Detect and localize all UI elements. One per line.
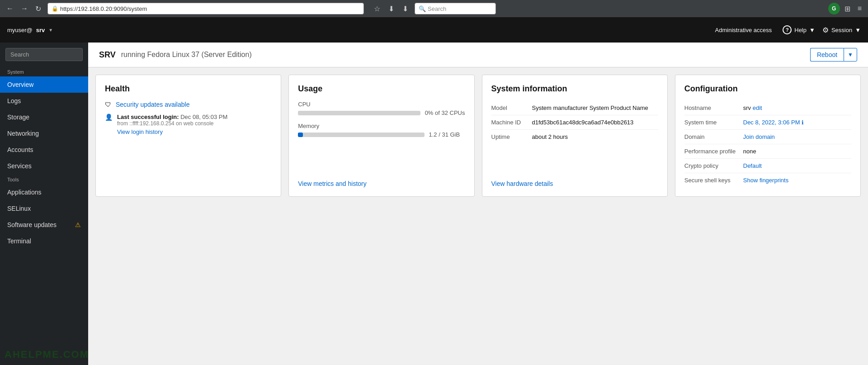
security-updates-item: 🛡 Security updates available (105, 101, 272, 108)
page-hostname: SRV (99, 50, 116, 60)
search-label: Search (428, 5, 446, 12)
main-area: System Overview Logs Storage Networking … (0, 43, 868, 365)
usage-card: Usage CPU 0% of 32 CPUs Memory (288, 75, 474, 197)
session-label: Session (831, 27, 852, 33)
help-dropdown-icon: ▼ (809, 27, 815, 33)
config-hostname-edit-link[interactable]: edit (753, 104, 762, 111)
config-sshkeys-link[interactable]: Show fingerprints (743, 177, 788, 184)
search-icon: 🔍 (419, 5, 426, 12)
browser-actions: ☆ ⬇ ⬇ (371, 3, 411, 15)
forward-button[interactable]: → (18, 3, 31, 14)
browser-search-bar[interactable]: 🔍 Search (415, 3, 496, 14)
session-button[interactable]: ⚙ Session ▼ (822, 26, 861, 34)
sidebar-section-system: System (0, 66, 88, 76)
refresh-button[interactable]: ↻ (33, 3, 44, 15)
cpu-label: CPU (298, 101, 465, 108)
sysinfo-uptime-row: Uptime about 2 hours (491, 130, 658, 144)
username: myuser@ (7, 27, 33, 33)
config-systemtime-link[interactable]: Dec 8, 2022, 3:06 PM (743, 119, 800, 126)
browser-chrome: ← → ↻ 🔒 https://192.168.0.20:9090/system… (0, 0, 868, 17)
download-button[interactable]: ⬇ (400, 3, 411, 15)
sidebar-item-storage[interactable]: Storage (0, 109, 88, 125)
cards-grid: Health 🛡 Security updates available 👤 La… (88, 67, 868, 204)
cpu-bar-row: 0% of 32 CPUs (298, 109, 465, 116)
config-domain-link[interactable]: Join domain (743, 133, 775, 140)
config-perfprofile-key: Performance profile (684, 148, 743, 155)
user-info[interactable]: myuser@ srv ▼ (7, 27, 53, 33)
config-systemtime-row: System time Dec 8, 2022, 3:06 PM ℹ (684, 115, 851, 130)
sidebar-item-overview[interactable]: Overview (0, 76, 88, 93)
sidebar-networking-label: Networking (7, 130, 39, 137)
config-cryptopolicy-link[interactable]: Default (743, 162, 762, 169)
info-icon[interactable]: ℹ (802, 119, 804, 126)
app-wrapper: myuser@ srv ▼ Administrative access ? He… (0, 17, 868, 365)
page-description: running Fedora Linux 37 (Server Edition) (121, 51, 252, 59)
config-hostname-row: Hostname srv edit (684, 101, 851, 115)
sidebar-item-services[interactable]: Services (0, 158, 88, 174)
sidebar-search-container (0, 43, 88, 66)
bookmark-button[interactable]: ☆ (371, 3, 383, 15)
person-icon: 👤 (105, 114, 113, 121)
warning-icon: ⚠ (75, 221, 81, 228)
reboot-dropdown-button[interactable]: ▼ (844, 48, 857, 62)
address-bar[interactable]: 🔒 https://192.168.0.20:9090/system (47, 3, 364, 14)
cpu-bar-background (298, 111, 420, 115)
help-button[interactable]: ? Help ▼ (783, 25, 815, 34)
sidebar: System Overview Logs Storage Networking … (0, 43, 88, 365)
reboot-button[interactable]: Reboot (810, 48, 844, 62)
sysinfo-model-key: Model (491, 104, 532, 111)
security-updates-link[interactable]: Security updates available (116, 101, 189, 108)
cpu-value: 0% of 32 CPUs (425, 109, 465, 116)
sidebar-item-terminal[interactable]: Terminal (0, 233, 88, 249)
sysinfo-uptime-val: about 2 hours (532, 133, 658, 140)
sysinfo-model-val: System manufacturer System Product Name (532, 104, 658, 111)
extensions-button[interactable]: ⊞ (842, 3, 853, 15)
sidebar-item-software-updates[interactable]: Software updates ⚠ (0, 217, 88, 233)
config-systemtime-key: System time (684, 119, 743, 126)
sysinfo-title: System information (491, 84, 658, 94)
config-systemtime-val: Dec 8, 2022, 3:06 PM ℹ (743, 119, 851, 126)
menu-button[interactable]: ≡ (855, 3, 864, 14)
memory-usage-row: Memory 1.2 / 31 GiB (298, 123, 465, 138)
hostname-label: srv (36, 27, 45, 33)
sidebar-item-networking[interactable]: Networking (0, 125, 88, 142)
page-header: SRV running Fedora Linux 37 (Server Edit… (88, 43, 868, 67)
sidebar-storage-label: Storage (7, 114, 29, 121)
login-info-text: Last successful login: Dec 08, 05:03 PM (117, 114, 227, 120)
config-domain-val: Join domain (743, 133, 851, 140)
login-date: Dec 08, 05:03 PM (180, 114, 227, 120)
login-bold: Last successful login: (117, 114, 179, 120)
pocket-button[interactable]: ⬇ (386, 3, 397, 15)
config-cryptopolicy-val: Default (743, 162, 851, 169)
sidebar-item-applications[interactable]: Applications (0, 184, 88, 200)
sidebar-overview-label: Overview (7, 81, 33, 88)
health-title: Health (105, 84, 272, 94)
view-hardware-link[interactable]: View hardware details (491, 173, 658, 187)
main-content: SRV running Fedora Linux 37 (Server Edit… (88, 43, 868, 365)
sysinfo-card: System information Model System manufact… (482, 75, 668, 197)
page-header-actions: Reboot ▼ (810, 48, 857, 62)
memory-bar-background (298, 133, 424, 137)
shield-icon: 🛡 (105, 101, 111, 108)
login-from: from ::ffff:192.168.0.254 on web console (117, 120, 227, 127)
sidebar-item-selinux[interactable]: SELinux (0, 200, 88, 217)
search-input[interactable] (5, 48, 83, 61)
browser-nav-buttons: ← → ↻ (4, 3, 44, 15)
sysinfo-machineid-key: Machine ID (491, 119, 532, 126)
config-sshkeys-row: Secure shell keys Show fingerprints (684, 173, 851, 187)
sidebar-applications-label: Applications (7, 189, 42, 196)
admin-access-label: Administrative access (715, 27, 772, 33)
lock-icon: 🔒 (52, 5, 58, 12)
top-header: myuser@ srv ▼ Administrative access ? He… (0, 17, 868, 43)
sysinfo-machineid-val: d1fd53bc61ac48dc9ca6ad74e0bb2613 (532, 119, 658, 126)
back-button[interactable]: ← (4, 3, 16, 14)
memory-value: 1.2 / 31 GiB (429, 131, 465, 138)
config-domain-row: Domain Join domain (684, 130, 851, 144)
view-metrics-link[interactable]: View metrics and history (298, 173, 465, 187)
sidebar-item-logs[interactable]: Logs (0, 93, 88, 109)
sidebar-section-tools: Tools (0, 174, 88, 184)
sidebar-item-accounts[interactable]: Accounts (0, 142, 88, 158)
view-login-history-link[interactable]: View login history (117, 128, 227, 135)
config-card: Configuration Hostname srv edit System t… (675, 75, 861, 197)
memory-bar-fill (298, 133, 303, 137)
